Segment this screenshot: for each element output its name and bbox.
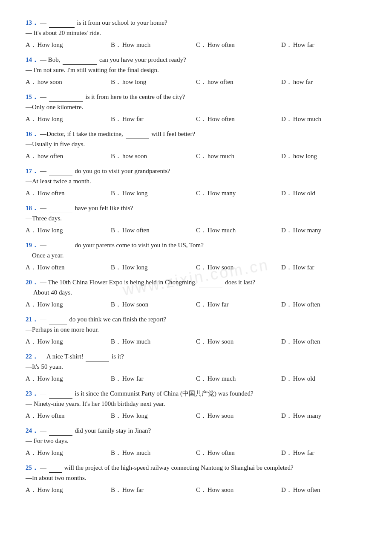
option-text: how long: [122, 78, 146, 85]
option-item: D．How far: [281, 262, 366, 272]
options-row: A．How longB．How soonC．How farD．How often: [26, 299, 366, 309]
option-item: B．how soon: [111, 151, 196, 161]
option-text: How far: [122, 116, 144, 122]
options-row: A．how oftenB．how soonC．how muchD．how lon…: [26, 151, 366, 161]
option-text: How often: [293, 338, 320, 345]
option-item: B．How soon: [111, 299, 196, 309]
option-text: How old: [293, 375, 315, 382]
question-text: — The 10th China Flower Expo is being he…: [40, 277, 366, 287]
option-letter: A．: [26, 41, 37, 48]
option-text: How far: [293, 264, 314, 271]
question-block: 18．— have you felt like this?—Three days…: [26, 202, 366, 235]
blank: [126, 128, 149, 139]
option-item: B．How long: [111, 410, 196, 421]
option-text: How soon: [208, 338, 233, 345]
options-row: A．How longB．How farC．How muchD．How old: [26, 373, 366, 384]
option-item: C．How much: [196, 225, 281, 235]
option-item: C．How often: [196, 114, 281, 124]
question-block: 22．—A nice T-shirt! is it?—It's 50 yuan.…: [26, 351, 366, 384]
option-item: C．How often: [196, 40, 281, 50]
question-line: 18．— have you felt like this?: [26, 202, 366, 213]
option-text: How many: [293, 227, 321, 234]
question-line: 14．— Bob, can you have your product read…: [26, 54, 366, 65]
question-line: 15．— is it from here to the centre of th…: [26, 91, 366, 102]
option-text: How soon: [208, 264, 233, 271]
option-text: how far: [293, 78, 313, 85]
option-text: How far: [122, 375, 144, 382]
question-line: 13．— is it from our school to your home?: [26, 17, 366, 28]
option-text: How often: [293, 301, 320, 308]
question-number: 23．: [26, 388, 38, 399]
option-item: D．How many: [281, 410, 366, 421]
option-item: B．How far: [111, 485, 196, 495]
answer-line: — I'm not sure. I'm still waiting for th…: [26, 65, 366, 75]
option-letter: D．: [281, 78, 292, 85]
blank: [49, 425, 72, 436]
option-text: how soon: [122, 153, 147, 159]
option-letter: A．: [26, 412, 37, 419]
question-block: 21．— do you think we can finish the repo…: [26, 314, 366, 347]
option-item: A．how often: [26, 151, 111, 161]
options-row: A．How oftenB．How longC．How soonD．How man…: [26, 410, 366, 421]
option-letter: B．: [111, 449, 121, 456]
question-line: 21．— do you think we can finish the repo…: [26, 314, 366, 324]
option-item: C．How soon: [196, 262, 281, 272]
option-letter: C．: [196, 338, 207, 345]
option-item: A．How long: [26, 336, 111, 347]
option-letter: A．: [26, 301, 37, 308]
question-block: 23．— is it since the Communist Party of …: [26, 388, 366, 421]
question-number: 25．: [26, 462, 38, 473]
option-text: How soon: [208, 412, 233, 419]
question-number: 24．: [26, 425, 38, 436]
answer-line: — Ninety-nine years. It's her 100th birt…: [26, 399, 366, 409]
blank: [49, 17, 75, 28]
option-text: How often: [37, 190, 65, 197]
option-text: How long: [37, 301, 63, 308]
option-letter: B．: [111, 338, 121, 345]
question-number: 17．: [26, 166, 38, 176]
option-text: how often: [37, 153, 63, 159]
option-letter: C．: [196, 78, 207, 85]
blank: [49, 202, 72, 213]
question-text: —Doctor, if I take the medicine, will I …: [40, 128, 366, 139]
answer-line: — About 40 days.: [26, 287, 366, 298]
option-text: How far: [293, 41, 314, 48]
blank: [63, 54, 97, 65]
option-item: C．How often: [196, 448, 281, 458]
option-text: How old: [293, 190, 315, 197]
option-item: C．How soon: [196, 485, 281, 495]
option-letter: D．: [281, 338, 292, 345]
option-letter: C．: [196, 41, 207, 48]
blank: [49, 462, 62, 473]
option-item: D．How often: [281, 336, 366, 347]
options-row: A．How oftenB．How longC．How soonD．How far: [26, 262, 366, 272]
option-letter: D．: [281, 190, 292, 197]
option-letter: C．: [196, 412, 207, 419]
options-row: A．How longB．How farC．How oftenD．How much: [26, 114, 366, 124]
option-letter: B．: [111, 41, 121, 48]
option-text: How long: [122, 190, 148, 197]
question-text: — Bob, can you have your product ready?: [40, 54, 366, 65]
option-letter: A．: [26, 153, 37, 159]
option-text: How far: [293, 449, 314, 456]
option-item: C．How much: [196, 373, 281, 384]
option-item: C．How many: [196, 188, 281, 198]
blank: [49, 314, 67, 324]
answer-line: —In about two months.: [26, 473, 366, 483]
option-letter: D．: [281, 449, 292, 456]
question-line: 24．— did your family stay in Jinan?: [26, 425, 366, 436]
option-letter: B．: [111, 486, 121, 493]
option-letter: B．: [111, 153, 121, 159]
answer-line: —Perhaps in one more hour.: [26, 324, 366, 335]
option-letter: D．: [281, 264, 292, 271]
option-item: A．How long: [26, 114, 111, 124]
question-line: 16．—Doctor, if I take the medicine, will…: [26, 128, 366, 139]
option-item: B．How much: [111, 40, 196, 50]
question-line: 17．— do you go to visit your grandparent…: [26, 165, 366, 176]
question-text: — did your family stay in Jinan?: [40, 425, 366, 436]
option-text: How often: [293, 486, 320, 493]
option-item: B．How far: [111, 114, 196, 124]
option-item: A．How long: [26, 40, 111, 50]
option-item: B．How long: [111, 262, 196, 272]
blank: [49, 165, 72, 176]
